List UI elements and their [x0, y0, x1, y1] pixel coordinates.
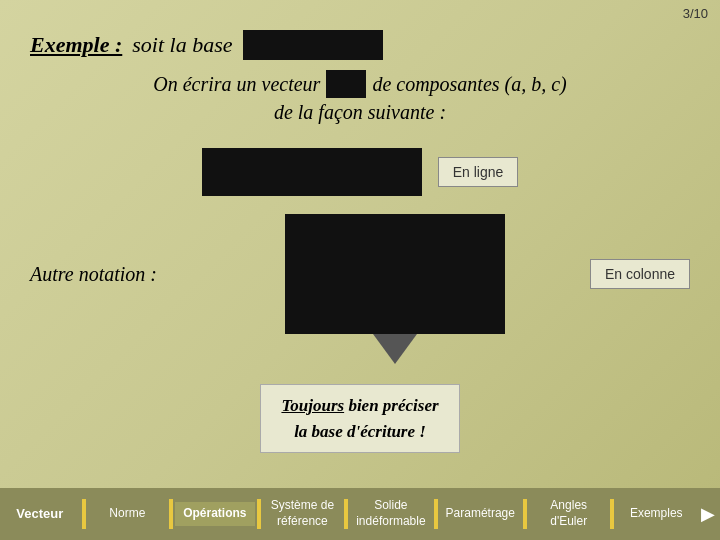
- slide-container: 3/10 Exemple : soit la base On écrira un…: [0, 0, 720, 540]
- desc-text1: On écrira un vecteur: [153, 70, 320, 98]
- en-ligne-button[interactable]: En ligne: [438, 157, 519, 187]
- nav-item-angles[interactable]: Angles d'Euler: [529, 494, 609, 533]
- nav-label-operations: Opérations: [183, 506, 246, 520]
- vector-blackbox: [326, 70, 366, 98]
- nav-item-norme[interactable]: Norme: [88, 502, 168, 526]
- toujours-text2: la base d'écriture !: [294, 422, 426, 441]
- nav-divider-1: [82, 499, 86, 529]
- arrow-down-icon: [373, 334, 417, 364]
- en-colonne-blackbox: [285, 214, 505, 334]
- nav-label-parametrage: Paramétrage: [446, 506, 515, 520]
- nav-item-vecteur[interactable]: Vecteur: [0, 502, 80, 527]
- example-line: Exemple : soit la base: [30, 30, 690, 60]
- nav-item-parametrage[interactable]: Paramétrage: [440, 502, 521, 526]
- nav-item-operations[interactable]: Opérations: [175, 502, 255, 526]
- toujours-box: Toujours bien préciser la base d'écritur…: [260, 384, 459, 453]
- desc-text3: de la façon suivante :: [274, 101, 446, 123]
- autre-notation-label: Autre notation :: [30, 263, 200, 286]
- nav-label-solide: Solide indéformable: [356, 498, 425, 528]
- nav-item-systeme[interactable]: Système de référence: [263, 494, 343, 533]
- slide-number: 3/10: [683, 6, 708, 21]
- nav-divider-5: [434, 499, 438, 529]
- nav-label-angles: Angles d'Euler: [550, 498, 587, 528]
- nav-label-systeme: Système de référence: [271, 498, 334, 528]
- nav-divider-4: [344, 499, 348, 529]
- desc-text2: de composantes (a, b, c): [372, 70, 566, 98]
- autre-notation-section: Autre notation : En colonne: [30, 214, 690, 334]
- nav-divider-2: [169, 499, 173, 529]
- nav-label-vecteur: Vecteur: [16, 506, 63, 521]
- en-colonne-wrapper: [216, 214, 574, 334]
- example-label: Exemple :: [30, 32, 122, 58]
- nav-label-norme: Norme: [109, 506, 145, 520]
- nav-divider-7: [610, 499, 614, 529]
- example-intro-text: soit la base: [132, 32, 232, 58]
- toujours-word: Toujours: [281, 396, 344, 415]
- en-ligne-section: En ligne: [30, 148, 690, 196]
- toujours-text1: bien préciser: [348, 396, 438, 415]
- description-block: On écrira un vecteur de composantes (a, …: [30, 70, 690, 126]
- nav-label-exemples: Exemples: [630, 506, 683, 520]
- nav-divider-6: [523, 499, 527, 529]
- description-row2: de la façon suivante :: [30, 98, 690, 126]
- nav-divider-3: [257, 499, 261, 529]
- en-ligne-blackbox: [202, 148, 422, 196]
- en-colonne-button[interactable]: En colonne: [590, 259, 690, 289]
- nav-bar: Vecteur Norme Opérations Système de réfé…: [0, 488, 720, 540]
- nav-item-solide[interactable]: Solide indéformable: [350, 494, 431, 533]
- nav-next-arrow[interactable]: ▶: [696, 503, 720, 525]
- base-blackbox: [243, 30, 383, 60]
- description-row1: On écrira un vecteur de composantes (a, …: [30, 70, 690, 98]
- toujours-section: Toujours bien préciser la base d'écritur…: [30, 384, 690, 453]
- nav-item-exemples[interactable]: Exemples: [616, 502, 696, 526]
